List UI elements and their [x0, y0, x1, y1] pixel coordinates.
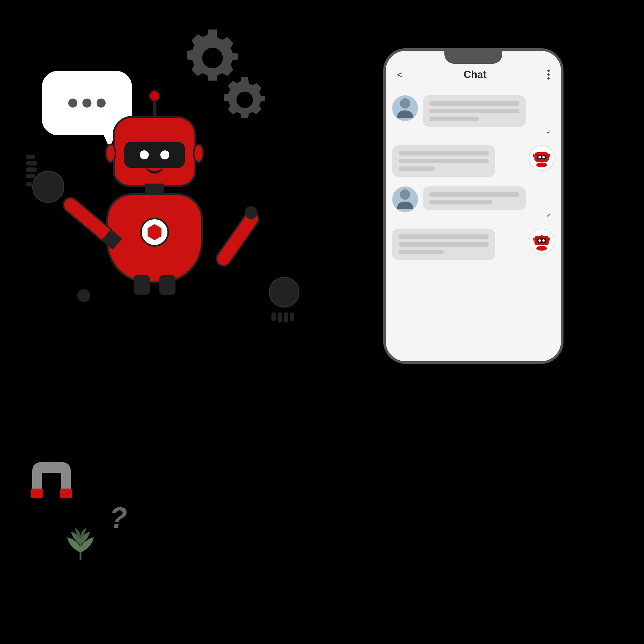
message-row-3: ✓: [392, 186, 554, 219]
svg-point-4: [400, 98, 410, 109]
menu-button[interactable]: [547, 70, 550, 80]
svg-point-10: [538, 156, 541, 158]
robot-smile: [145, 164, 164, 174]
message-line: [399, 250, 444, 254]
robot-fingers-left: [26, 155, 37, 186]
message-row-4: [392, 229, 554, 260]
message-line: [399, 166, 435, 171]
message-line: [429, 117, 479, 121]
message-line: [399, 159, 489, 163]
robot-hand-left: [32, 171, 64, 203]
menu-dot-3: [547, 77, 550, 80]
magnet-icon: [26, 457, 77, 515]
robot: [58, 97, 251, 354]
robot-mini-icon: [532, 147, 551, 169]
robot-emblem-inner: [147, 224, 163, 240]
message-line: [429, 200, 492, 204]
menu-dot-1: [547, 70, 550, 72]
message-line: [429, 192, 519, 197]
svg-rect-15: [533, 238, 535, 241]
svg-rect-1: [60, 489, 72, 498]
robot-antenna-ball: [149, 90, 160, 102]
robot-fingers-right: [271, 312, 294, 323]
svg-rect-7: [549, 154, 551, 157]
avatar-robot-2: [529, 229, 554, 254]
robot-joint-left: [77, 289, 90, 302]
chat-title: Chat: [464, 69, 487, 81]
robot-mini-icon-2: [532, 230, 551, 253]
robot-joint-right: [245, 206, 258, 219]
message-row-1: ✓: [392, 95, 554, 136]
phone: < Chat: [383, 48, 563, 364]
robot-ear-left: [105, 144, 116, 163]
back-button[interactable]: <: [397, 69, 403, 80]
robot-emblem: [140, 218, 169, 247]
menu-dot-2: [547, 73, 550, 76]
read-tick-1: ✓: [546, 129, 551, 135]
question-mark: ?: [109, 501, 127, 535]
svg-point-19: [538, 239, 541, 242]
message-bubble-4: [392, 229, 495, 260]
message-line: [399, 234, 489, 239]
svg-point-12: [536, 163, 547, 167]
robot-head: [113, 116, 196, 187]
svg-rect-2: [42, 468, 61, 473]
phone-screen: < Chat: [386, 51, 561, 361]
read-tick-2: ✓: [546, 212, 551, 219]
svg-point-13: [400, 189, 410, 200]
robot-eye-right: [160, 150, 169, 159]
robot-hand-right: [269, 277, 299, 308]
svg-rect-16: [549, 238, 551, 241]
svg-point-21: [536, 246, 547, 251]
svg-rect-0: [31, 489, 43, 498]
message-bubble-1: [423, 95, 526, 127]
avatar-human-2: [392, 186, 418, 212]
human-avatar-icon: [395, 97, 415, 119]
svg-point-20: [542, 239, 545, 242]
robot-ear-right: [193, 144, 204, 163]
avatar-human-1: [392, 95, 418, 121]
message-row-2: [392, 145, 554, 177]
scene: ?: [0, 0, 644, 644]
chat-messages: ✓: [386, 87, 561, 361]
svg-point-11: [542, 156, 545, 158]
message-bubble-3: [423, 186, 526, 210]
phone-notch: [444, 51, 502, 64]
plant-icon: [61, 518, 100, 560]
svg-rect-6: [533, 154, 535, 157]
robot-leg-left: [134, 275, 150, 295]
robot-eye-left: [140, 150, 149, 159]
robot-leg-right: [159, 275, 175, 295]
robot-legs: [122, 275, 187, 295]
message-line: [429, 109, 519, 113]
human-avatar-icon-2: [395, 188, 415, 211]
message-bubble-2: [392, 145, 495, 177]
svg-rect-18: [537, 238, 546, 243]
message-line: [399, 151, 489, 156]
message-line: [429, 101, 519, 106]
message-line: [399, 242, 489, 247]
svg-rect-9: [537, 155, 546, 159]
avatar-robot-1: [529, 145, 554, 171]
